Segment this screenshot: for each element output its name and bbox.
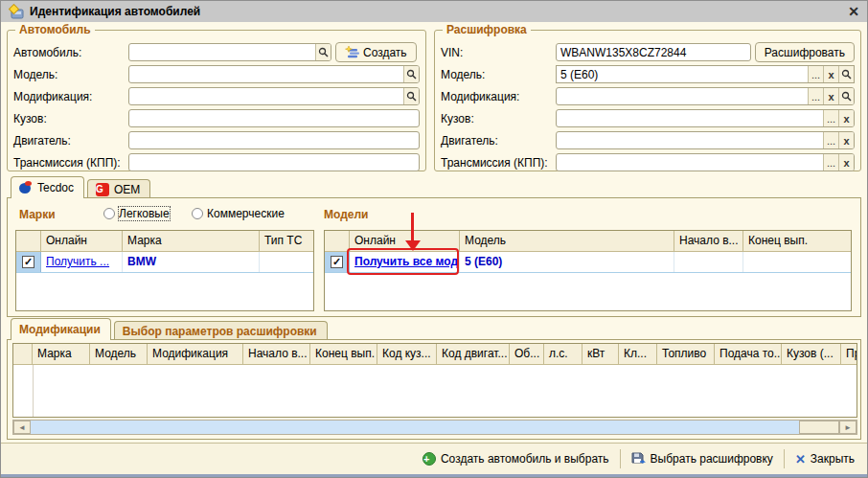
models-col-end[interactable]: Конец вып.: [743, 231, 851, 251]
mod-col-end[interactable]: Конец вып.: [310, 344, 377, 364]
mod-col-drive[interactable]: Пр...: [841, 344, 857, 364]
radio-commercial[interactable]: Коммерческие: [192, 207, 285, 220]
tab-decode-params-label: Выбор параметров расшифровки: [123, 325, 317, 338]
auto-body-input[interactable]: [129, 110, 419, 126]
tab-tecdoc-label: Tecdoc: [37, 181, 74, 194]
marks-checkbox-column[interactable]: [16, 231, 41, 251]
create-vehicle-label: Создать: [363, 46, 407, 59]
marks-col-mark[interactable]: Марка: [123, 231, 260, 251]
radio-circle-icon: [192, 208, 203, 219]
close-icon[interactable]: ✕: [848, 5, 859, 18]
choose-ellipsis-button[interactable]: ...: [823, 110, 838, 126]
marks-row-checkbox[interactable]: ✓: [16, 252, 41, 272]
decode-transmission-input[interactable]: [557, 154, 823, 171]
horizontal-scrollbar[interactable]: ◄ ►: [12, 420, 857, 435]
mod-col-modification[interactable]: Модификация: [148, 344, 243, 364]
marks-section-title: Марки: [19, 208, 56, 221]
auto-engine-input[interactable]: [129, 132, 419, 148]
auto-car-input[interactable]: [129, 44, 315, 60]
mod-col-volume[interactable]: Об...: [510, 344, 544, 364]
models-col-start[interactable]: Начало в...: [674, 231, 743, 251]
vehicle-identification-dialog: Идентификация автомобилей ✕ Автомобиль А…: [0, 0, 868, 478]
mod-col-fuel[interactable]: Топливо: [657, 344, 715, 364]
tab-decode-params[interactable]: Выбор параметров расшифровки: [114, 321, 328, 340]
decode-model-input[interactable]: [557, 66, 808, 82]
marks-col-online[interactable]: Онлайн: [41, 231, 123, 251]
checkbox-check-icon: ✓: [331, 256, 343, 268]
marks-table-row: ✓ Получить ... BMW: [16, 252, 313, 273]
magnifier-icon[interactable]: [403, 88, 419, 104]
choose-ellipsis-button[interactable]: ...: [808, 66, 823, 82]
mod-col-model[interactable]: Модель: [90, 344, 148, 364]
scroll-left-icon[interactable]: ◄: [13, 421, 31, 434]
mod-col-valves[interactable]: Кл...: [619, 344, 657, 364]
auto-modification-input[interactable]: [129, 88, 403, 104]
mod-col-hp[interactable]: л.с.: [544, 344, 582, 364]
choose-ellipsis-button[interactable]: ...: [823, 132, 838, 148]
tab-oem[interactable]: G OEM: [87, 179, 150, 198]
marks-get-link[interactable]: Получить ...: [46, 255, 109, 268]
mod-col-selector[interactable]: [13, 344, 33, 364]
modifications-panel: Марка Модель Модификация Начало в... Кон…: [7, 339, 861, 440]
decode-body-input[interactable]: [557, 110, 823, 126]
marks-row-mark: BMW: [123, 252, 260, 272]
tab-tecdoc[interactable]: Tecdoc: [11, 176, 84, 198]
mod-col-body[interactable]: Кузов (...: [782, 344, 841, 364]
choose-ellipsis-button[interactable]: ...: [823, 154, 838, 171]
annotation-highlight-rect: [347, 248, 459, 275]
auto-transmission-input[interactable]: [129, 154, 419, 171]
mod-col-body-code[interactable]: Код куз...: [377, 344, 437, 364]
mod-col-start[interactable]: Начало в...: [243, 344, 310, 364]
decode-model-label: Модель:: [441, 68, 556, 81]
marks-row-type: [260, 252, 311, 272]
clear-icon[interactable]: x: [823, 66, 838, 82]
decode-button-label: Расшифровать: [765, 46, 845, 59]
models-row-start: [674, 252, 743, 272]
window-title: Идентификация автомобилей: [30, 5, 848, 18]
auto-model-label: Модель:: [13, 68, 128, 81]
scroll-right-icon[interactable]: ►: [839, 421, 857, 434]
auto-car-label: Автомобиль:: [13, 46, 128, 59]
auto-model-input[interactable]: [129, 66, 403, 82]
marks-table: Онлайн Марка Тип ТС ✓ Получить ... BMW: [15, 230, 314, 311]
select-decode-button[interactable]: Выбрать расшифровку: [623, 448, 782, 469]
select-decode-label: Выбрать расшифровку: [651, 452, 773, 466]
decode-group-title: Расшифровка: [443, 23, 531, 36]
marks-col-type[interactable]: Тип ТС: [260, 231, 311, 251]
footer-divider: [784, 449, 785, 468]
close-blue-icon: ✕: [795, 452, 806, 467]
magnifier-icon[interactable]: [403, 66, 419, 82]
scrollbar-track[interactable]: [31, 421, 839, 434]
radio-passenger[interactable]: Легковые: [103, 207, 170, 220]
mod-col-mark[interactable]: Марка: [33, 344, 90, 364]
models-row-model: 5 (E60): [460, 252, 674, 272]
models-col-model[interactable]: Модель: [460, 231, 674, 251]
close-button[interactable]: ✕ Закрыть: [787, 448, 863, 470]
magnifier-icon[interactable]: [838, 66, 854, 82]
magnifier-icon[interactable]: [838, 88, 854, 104]
oem-icon: G: [96, 183, 109, 196]
radio-passenger-label: Легковые: [119, 207, 170, 220]
clear-icon[interactable]: x: [838, 154, 854, 171]
choose-ellipsis-button[interactable]: ...: [808, 88, 823, 104]
annotation-arrow-line: [411, 213, 414, 241]
mod-col-engine-code[interactable]: Код двигат...: [437, 344, 510, 364]
clear-icon[interactable]: x: [823, 88, 838, 104]
scrollbar-thumb[interactable]: [799, 421, 839, 434]
clear-icon[interactable]: x: [838, 110, 854, 126]
vin-input[interactable]: [557, 44, 750, 60]
decode-button[interactable]: Расшифровать: [755, 42, 855, 62]
clear-icon[interactable]: x: [838, 132, 854, 148]
titlebar: Идентификация автомобилей ✕: [1, 1, 867, 22]
create-vehicle-button[interactable]: Создать: [335, 42, 417, 62]
decode-modification-input[interactable]: [557, 88, 808, 104]
create-list-icon: [345, 46, 359, 58]
tab-modifications[interactable]: Модификации: [11, 318, 111, 340]
magnifier-icon[interactable]: [315, 44, 331, 60]
create-vehicle-and-select-button[interactable]: + Создать автомобиль и выбрать: [414, 448, 618, 469]
save-select-icon: [631, 452, 646, 466]
models-checkbox-column[interactable]: [325, 231, 350, 251]
mod-col-fuel-supply[interactable]: Подача то...: [715, 344, 782, 364]
decode-engine-input[interactable]: [557, 132, 823, 148]
mod-col-kw[interactable]: кВт: [582, 344, 619, 364]
